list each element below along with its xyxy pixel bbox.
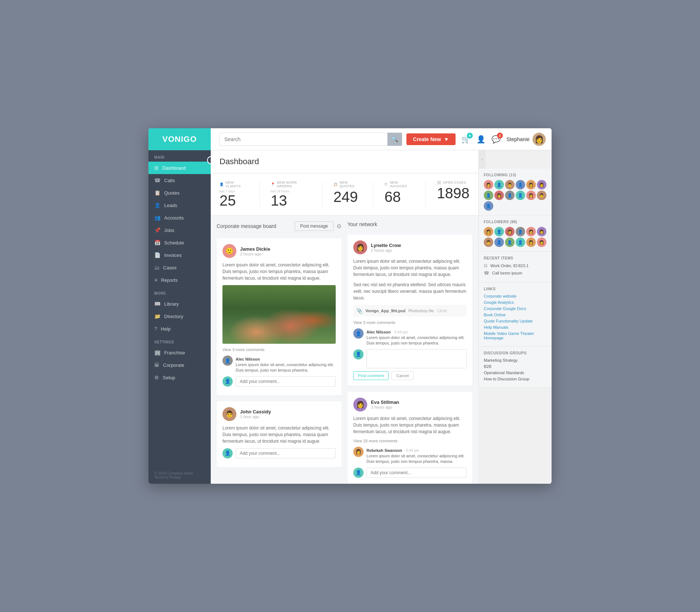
- sidebar-item-invoices[interactable]: 📄 Invoices: [148, 249, 211, 261]
- sidebar-item-calls[interactable]: ☎ Calls: [148, 174, 211, 187]
- post1-comment-content: Alec Nilsson Lorem ipsum dolor sit amet,…: [236, 355, 336, 373]
- cancel-comment-button[interactable]: Cancel: [391, 371, 413, 380]
- follower-avatar-9[interactable]: 👤: [505, 237, 515, 247]
- notifications-button[interactable]: 🛒 9: [461, 135, 471, 144]
- search-button[interactable]: 🔍: [387, 133, 402, 146]
- follower-avatar-7[interactable]: 👨: [484, 237, 493, 247]
- sidebar-item-jobs[interactable]: 📌 Jobs: [148, 224, 211, 236]
- link-quote-functionality[interactable]: Quote Functionality Update: [484, 319, 546, 323]
- follower-avatar-8[interactable]: 👤: [494, 237, 504, 247]
- sidebar-item-accounts[interactable]: 👥 Accounts: [148, 211, 211, 224]
- rpost1-comment: 👤 Alec Nilsson 5:44 pm Lorem ipsum dolor…: [353, 328, 467, 346]
- following-avatar-8[interactable]: 👩: [494, 191, 504, 200]
- post1-comment-author: Alec Nilsson: [236, 357, 260, 361]
- post1-commenter-avatar: 👤: [222, 376, 233, 387]
- sidebar-item-setup[interactable]: ⚙ Setup: [148, 371, 211, 384]
- link-mobile-video[interactable]: Mobile Video Game Theater Homepage: [484, 331, 546, 340]
- main-layout: ‹ MAIN ⊞ Dashboard ☎ Calls 📋 Quotes 👤 Le…: [148, 150, 552, 484]
- library-icon: 📖: [154, 301, 161, 307]
- following-avatar-3[interactable]: 👨: [505, 180, 515, 189]
- sidebar-item-reports[interactable]: ≡ Reports: [148, 274, 211, 286]
- sidebar-item-franchise[interactable]: 🏢 Franchise: [148, 346, 211, 359]
- disc-group-4[interactable]: How to Discussion Group: [484, 377, 546, 381]
- settings-gear-icon[interactable]: ⚙: [336, 223, 342, 230]
- sidebar-label-help: Help: [161, 326, 171, 332]
- avatar[interactable]: 👩: [533, 133, 546, 146]
- post2-comment-input[interactable]: [236, 448, 336, 458]
- right-sidebar-toggle[interactable]: ›: [478, 150, 486, 169]
- messages-button[interactable]: 💬 2: [491, 135, 501, 144]
- following-avatar-11[interactable]: 👩: [526, 191, 536, 200]
- sidebar-item-leads[interactable]: 👤 Leads: [148, 199, 211, 211]
- following-avatar-4[interactable]: 👤: [516, 180, 525, 189]
- rpost2-comment-input[interactable]: [366, 468, 467, 478]
- invoices-icon: 📄: [154, 252, 161, 258]
- rpost2-commenter-avatar: 👤: [353, 468, 364, 478]
- post-comment-button[interactable]: Post comment: [353, 371, 388, 380]
- link-corporate-website[interactable]: Corporate website: [484, 294, 546, 298]
- following-avatar-10[interactable]: 👤: [516, 191, 525, 200]
- rpost1-view-comments[interactable]: View 3 more comments: [353, 320, 467, 325]
- rpost2-avatar: 👩: [353, 398, 367, 412]
- sidebar-item-cases[interactable]: 🗂 Cases: [148, 261, 211, 274]
- logo-text: VONIGO: [162, 134, 197, 144]
- link-book-online[interactable]: Book Online: [484, 313, 546, 317]
- rpost2-view-comments[interactable]: View 18 more comments: [353, 439, 467, 443]
- following-avatar-7[interactable]: 👤: [484, 191, 493, 200]
- recent-section: RECENT ITEMS ⊟ Work Order, ID:823-1 ☎ Ca…: [479, 252, 552, 283]
- follower-avatar-2[interactable]: 👤: [494, 227, 504, 236]
- follower-avatar-10[interactable]: 👤: [516, 237, 525, 247]
- following-avatar-6[interactable]: 👩: [537, 180, 546, 189]
- following-avatar-1[interactable]: 👩: [484, 180, 493, 189]
- following-avatar-12[interactable]: 👨: [537, 191, 546, 200]
- rpost1-meta: Lynette Crow 2 hours ago: [371, 243, 401, 252]
- disc-group-1[interactable]: Marketing Strategy: [484, 358, 546, 362]
- recent-item-1[interactable]: ⊟ Work Order, ID:823-1: [484, 263, 546, 268]
- follower-avatar-11[interactable]: 👩: [526, 237, 536, 247]
- user-profile-button[interactable]: 👤: [476, 135, 486, 144]
- recent-item-2[interactable]: ☎ Call lorem ipsum: [484, 270, 546, 276]
- post1-comment-input[interactable]: [236, 376, 336, 387]
- right-feed-column: Your network 👩 Lynette Crow 2 hours ago …: [347, 221, 472, 484]
- follower-avatar-4[interactable]: 👤: [516, 227, 525, 236]
- follower-avatar-3[interactable]: 👩: [505, 227, 515, 236]
- sidebar-item-schedule[interactable]: 📅 Schedule: [148, 236, 211, 249]
- search-input[interactable]: [220, 133, 387, 146]
- rpost1-comment-textarea[interactable]: [366, 349, 467, 368]
- left-feed-header: Corporate message board Post message ⚙: [217, 221, 342, 231]
- following-avatar-2[interactable]: 👤: [494, 180, 504, 189]
- schedule-icon: 📅: [154, 240, 161, 246]
- link-help-manuals[interactable]: Help Manuals: [484, 325, 546, 329]
- follower-avatar-12[interactable]: 👩: [537, 237, 546, 247]
- follower-avatar-6[interactable]: 👩: [537, 227, 546, 236]
- post2-header: 👨 John Cassidy 1 hour ago: [222, 407, 336, 421]
- search-area: 🔍: [220, 133, 402, 146]
- recent-title: RECENT ITEMS: [484, 256, 546, 260]
- following-avatar-13[interactable]: 👤: [484, 201, 493, 211]
- follower-avatar-5[interactable]: 👩: [526, 227, 536, 236]
- following-avatar-9[interactable]: 👤: [505, 191, 515, 200]
- footer-line2: Terms & Privacy: [154, 475, 205, 479]
- link-google-analytics[interactable]: Google Analytics: [484, 300, 546, 305]
- discussion-title: DISCUSSION GROUPS: [484, 351, 546, 355]
- sidebar-item-corporate[interactable]: 🏛 Corporate: [148, 359, 211, 371]
- link-corporate-google-docs[interactable]: Corporate Google Docs: [484, 306, 546, 311]
- sidebar-item-help[interactable]: ? Help: [148, 322, 211, 335]
- sidebar-item-library[interactable]: 📖 Library: [148, 298, 211, 310]
- disc-group-2[interactable]: B2B: [484, 364, 546, 369]
- follower-avatar-1[interactable]: 👩: [484, 227, 493, 236]
- sidebar-item-quotes[interactable]: 📋 Quotes: [148, 187, 211, 199]
- post-message-button[interactable]: Post message: [295, 221, 334, 231]
- sidebar-label-calls: Calls: [164, 178, 175, 183]
- logo[interactable]: VONIGO: [148, 128, 211, 150]
- post1-view-comments[interactable]: View 3 more comments: [222, 347, 336, 352]
- create-new-button[interactable]: Create New ▼: [406, 133, 456, 145]
- help-icon: ?: [154, 326, 157, 332]
- sidebar-item-directory[interactable]: 📁 Directory: [148, 310, 211, 322]
- disc-group-3[interactable]: Operational Standards: [484, 370, 546, 375]
- rpost1-input-row: 👤: [353, 349, 467, 368]
- phone-icon: ☎: [484, 270, 489, 276]
- following-avatar-5[interactable]: 👩: [526, 180, 536, 189]
- sidebar-item-dashboard[interactable]: ⊞ Dashboard: [148, 162, 211, 174]
- post1-image: [222, 285, 336, 344]
